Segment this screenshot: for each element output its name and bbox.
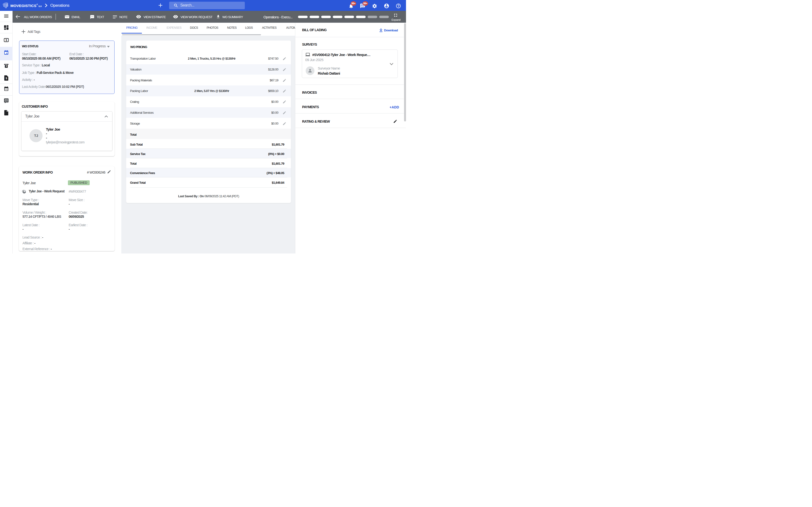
svg-text:$: $ [6, 39, 7, 42]
